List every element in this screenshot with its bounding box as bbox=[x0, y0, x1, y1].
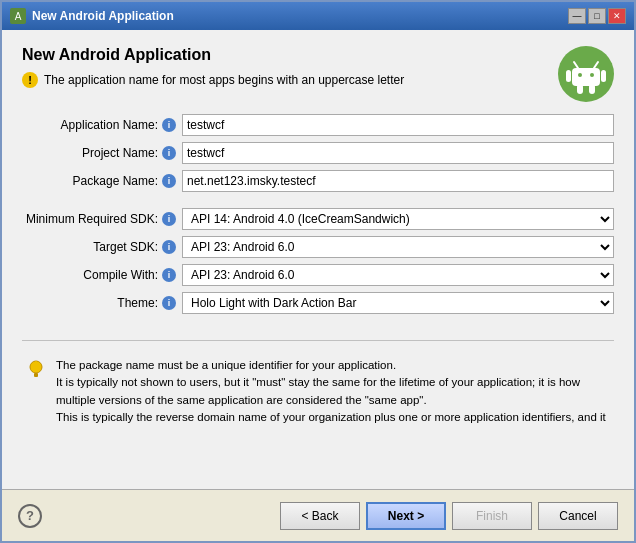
svg-rect-11 bbox=[589, 84, 595, 94]
content-area: New Android Application ! The applicatio… bbox=[2, 30, 634, 489]
app-name-label: Application Name: i bbox=[22, 118, 182, 132]
min-sdk-row: Minimum Required SDK: i API 14: Android … bbox=[22, 208, 614, 230]
info-line2: It is typically not shown to users, but … bbox=[56, 376, 580, 388]
footer-left: ? bbox=[18, 504, 42, 528]
app-icon: A bbox=[10, 8, 26, 24]
header-left: New Android Application ! The applicatio… bbox=[22, 46, 558, 88]
svg-rect-10 bbox=[577, 84, 583, 94]
target-sdk-label: Target SDK: i bbox=[22, 240, 182, 254]
info-bulb-icon bbox=[26, 359, 46, 379]
min-sdk-select[interactable]: API 14: Android 4.0 (IceCreamSandwich) bbox=[182, 208, 614, 230]
title-bar-text: New Android Application bbox=[32, 9, 174, 23]
app-name-input[interactable] bbox=[182, 114, 614, 136]
android-logo bbox=[558, 46, 614, 102]
page-header: New Android Application ! The applicatio… bbox=[22, 46, 614, 102]
maximize-button[interactable]: □ bbox=[588, 8, 606, 24]
compile-with-select[interactable]: API 23: Android 6.0 bbox=[182, 264, 614, 286]
min-sdk-info-icon[interactable]: i bbox=[162, 212, 176, 226]
theme-row: Theme: i Holo Light with Dark Action Bar bbox=[22, 292, 614, 314]
svg-rect-9 bbox=[601, 70, 606, 82]
info-section: The package name must be a unique identi… bbox=[22, 349, 614, 479]
warning-icon: ! bbox=[22, 72, 38, 88]
info-line4: This is typically the reverse domain nam… bbox=[56, 411, 606, 423]
svg-point-4 bbox=[578, 73, 582, 77]
compile-with-info-icon[interactable]: i bbox=[162, 268, 176, 282]
help-button[interactable]: ? bbox=[18, 504, 42, 528]
theme-label: Theme: i bbox=[22, 296, 182, 310]
min-sdk-label: Minimum Required SDK: i bbox=[22, 212, 182, 226]
svg-point-5 bbox=[590, 73, 594, 77]
svg-rect-3 bbox=[572, 68, 600, 86]
project-name-row: Project Name: i bbox=[22, 142, 614, 164]
project-name-label: Project Name: i bbox=[22, 146, 182, 160]
package-name-info-icon[interactable]: i bbox=[162, 174, 176, 188]
title-bar: A New Android Application — □ ✕ bbox=[2, 2, 634, 30]
warning-text: The application name for most apps begin… bbox=[44, 73, 404, 87]
package-name-row: Package Name: i bbox=[22, 170, 614, 192]
svg-rect-13 bbox=[34, 373, 38, 377]
theme-select[interactable]: Holo Light with Dark Action Bar bbox=[182, 292, 614, 314]
back-button[interactable]: < Back bbox=[280, 502, 360, 530]
target-sdk-select[interactable]: API 23: Android 6.0 bbox=[182, 236, 614, 258]
theme-info-icon[interactable]: i bbox=[162, 296, 176, 310]
finish-button[interactable]: Finish bbox=[452, 502, 532, 530]
svg-rect-8 bbox=[566, 70, 571, 82]
close-button[interactable]: ✕ bbox=[608, 8, 626, 24]
svg-text:A: A bbox=[15, 11, 22, 22]
info-text: The package name must be a unique identi… bbox=[56, 357, 606, 426]
package-name-label: Package Name: i bbox=[22, 174, 182, 188]
project-name-info-icon[interactable]: i bbox=[162, 146, 176, 160]
footer-right: < Back Next > Finish Cancel bbox=[280, 502, 618, 530]
info-line3: multiple versions of the same applicatio… bbox=[56, 394, 427, 406]
package-name-input[interactable] bbox=[182, 170, 614, 192]
main-window: A New Android Application — □ ✕ New Andr… bbox=[0, 0, 636, 543]
target-sdk-info-icon[interactable]: i bbox=[162, 240, 176, 254]
app-name-info-icon[interactable]: i bbox=[162, 118, 176, 132]
project-name-input[interactable] bbox=[182, 142, 614, 164]
compile-with-label: Compile With: i bbox=[22, 268, 182, 282]
separator bbox=[22, 340, 614, 341]
minimize-button[interactable]: — bbox=[568, 8, 586, 24]
target-sdk-row: Target SDK: i API 23: Android 6.0 bbox=[22, 236, 614, 258]
footer: ? < Back Next > Finish Cancel bbox=[2, 489, 634, 541]
cancel-button[interactable]: Cancel bbox=[538, 502, 618, 530]
form-area: Application Name: i Project Name: i Pack… bbox=[22, 114, 614, 320]
info-line1: The package name must be a unique identi… bbox=[56, 359, 396, 371]
window-controls: — □ ✕ bbox=[568, 8, 626, 24]
next-button[interactable]: Next > bbox=[366, 502, 446, 530]
app-name-row: Application Name: i bbox=[22, 114, 614, 136]
page-title: New Android Application bbox=[22, 46, 558, 64]
warning-row: ! The application name for most apps beg… bbox=[22, 72, 558, 88]
compile-with-row: Compile With: i API 23: Android 6.0 bbox=[22, 264, 614, 286]
